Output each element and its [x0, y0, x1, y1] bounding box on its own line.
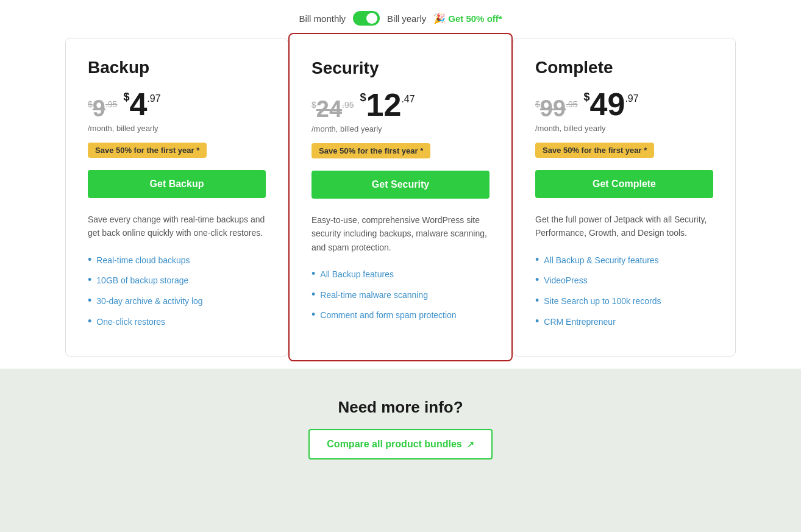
- complete-feature-4: CRM Entrepreneur: [535, 316, 713, 328]
- complete-old-price: $ 99 .95: [535, 97, 578, 120]
- backup-billing-period: /month, billed yearly: [88, 124, 266, 133]
- backup-title: Backup: [88, 58, 266, 77]
- complete-new-price: $ 49 .97: [584, 88, 639, 120]
- complete-card: Complete $ 99 .95 $ 49 .97 /month, bille…: [513, 38, 736, 356]
- need-info-title: Need more info?: [338, 398, 463, 417]
- complete-cta-button[interactable]: Get Complete: [535, 170, 713, 198]
- backup-feature-1: Real-time cloud backups: [88, 255, 266, 267]
- backup-save-badge: Save 50% for the first year *: [88, 143, 207, 158]
- promo-icon: 🎉: [433, 13, 446, 24]
- security-new-price: $ 12 .47: [360, 89, 415, 121]
- compare-button[interactable]: Compare all product bundles ↗: [308, 429, 492, 459]
- complete-feature-1: All Backup & Security features: [535, 255, 713, 267]
- backup-features: Real-time cloud backups 10GB of backup s…: [88, 255, 266, 328]
- security-cta-button[interactable]: Get Security: [312, 171, 490, 199]
- security-feature-3: Comment and form spam protection: [312, 310, 490, 322]
- billing-toggle[interactable]: [353, 11, 380, 26]
- security-title: Security: [312, 59, 490, 78]
- yearly-label: Bill yearly: [387, 13, 426, 24]
- billing-toggle-bar: Bill monthly Bill yearly 🎉 Get 50% off*: [299, 0, 502, 38]
- complete-save-badge: Save 50% for the first year *: [535, 143, 654, 158]
- backup-description: Save every change with real-time backups…: [88, 213, 266, 240]
- backup-card: Backup $ 9 .95 $ 4 .97 /month, billed ye…: [65, 38, 288, 356]
- bottom-section: Need more info? Compare all product bund…: [0, 369, 801, 532]
- security-features: All Backup features Real-time malware sc…: [312, 269, 490, 322]
- backup-feature-4: One-click restores: [88, 316, 266, 328]
- complete-feature-2: VideoPress: [535, 275, 713, 287]
- security-price-row: $ 24 .95 $ 12 .47: [312, 89, 490, 121]
- complete-features: All Backup & Security features VideoPres…: [535, 255, 713, 328]
- complete-feature-3: Site Search up to 100k records: [535, 296, 713, 308]
- security-old-price: $ 24 .95: [312, 98, 354, 121]
- backup-feature-3: 30-day archive & activity log: [88, 296, 266, 308]
- backup-price-row: $ 9 .95 $ 4 .97: [88, 88, 266, 120]
- monthly-label: Bill monthly: [299, 13, 346, 24]
- security-billing-period: /month, billed yearly: [312, 124, 490, 133]
- complete-description: Get the full power of Jetpack with all S…: [535, 213, 713, 240]
- promo-text: 🎉 Get 50% off*: [433, 13, 502, 24]
- pricing-cards: Backup $ 9 .95 $ 4 .97 /month, billed ye…: [65, 38, 736, 356]
- security-save-badge: Save 50% for the first year *: [312, 143, 430, 158]
- security-card: Security $ 24 .95 $ 12 .47 /month, bille…: [288, 33, 513, 361]
- complete-price-row: $ 99 .95 $ 49 .97: [535, 88, 713, 120]
- backup-feature-2: 10GB of backup storage: [88, 275, 266, 287]
- security-description: Easy-to-use, comprehensive WordPress sit…: [312, 213, 490, 254]
- security-feature-1: All Backup features: [312, 269, 490, 281]
- backup-old-price: $ 9 .95: [88, 97, 117, 120]
- external-link-icon: ↗: [467, 439, 474, 449]
- complete-title: Complete: [535, 58, 713, 77]
- complete-billing-period: /month, billed yearly: [535, 124, 713, 133]
- security-feature-2: Real-time malware scanning: [312, 289, 490, 302]
- backup-new-price: $ 4 .97: [123, 88, 160, 120]
- backup-cta-button[interactable]: Get Backup: [88, 170, 266, 198]
- compare-label: Compare all product bundles: [327, 439, 461, 450]
